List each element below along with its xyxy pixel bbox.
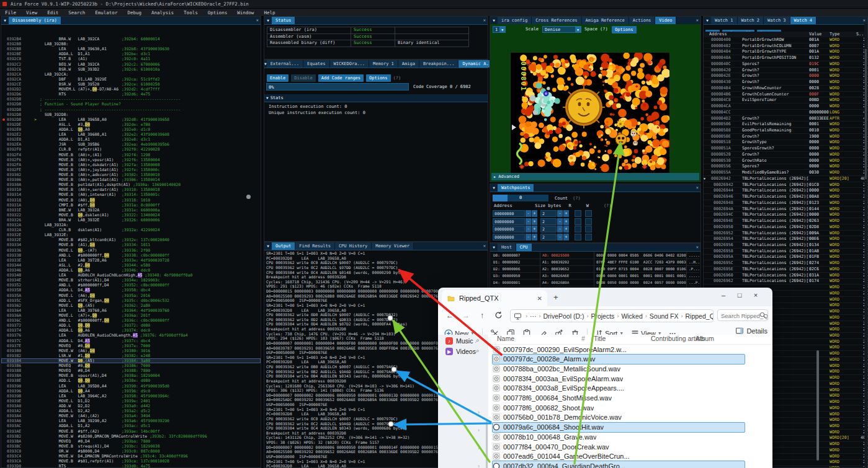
disassembly-row[interactable]: 039322 MOVE.B D0,dsklen(A1);39322: 13400… xyxy=(1,213,261,218)
disable-button[interactable]: Disable xyxy=(291,74,316,82)
disassembly-row[interactable]: 0392D8; --------------------------------… xyxy=(1,97,261,102)
watch-row[interactable]: 000004C8EvilSporeTimer00BDWORD2 xyxy=(704,97,864,104)
sidebar-item-music[interactable]: ♪Music xyxy=(445,337,473,345)
disassembly-row[interactable]: 0393AC ADDA.L D1,A2;393ac: d5c1 xyxy=(1,423,261,428)
close-icon[interactable]: ✕ xyxy=(696,184,699,192)
disassembly-row[interactable]: 03931A CMPI.B #$ff,D0;3931a: 0c0000ff xyxy=(1,203,261,208)
watch-row[interactable]: 00000402PortalOrGrowthCOLUMN0007WORD2 xyxy=(704,43,864,50)
breadcrumb-item[interactable]: Ripped_QTX xyxy=(686,312,714,320)
disassembly-row[interactable]: 0392EA JSR SUB_395B6;392ea: 4eb9000395b6 xyxy=(1,142,261,147)
disassembly-row[interactable]: 0392FE MOVE.B (A0)+,joy1dat(A1);392fe: 1… xyxy=(1,167,261,172)
file-row[interactable]: 000797dc_000290_EvilSporeAlarm2.w... xyxy=(492,344,745,355)
column-name[interactable]: Name xyxy=(497,335,514,342)
increment-button[interactable]: + xyxy=(563,226,569,232)
disassembly-row[interactable]: 0392CE BSR.W SUB_39520;392ce: 61000250 xyxy=(1,82,261,87)
file-row[interactable]: 000756b0_001b78_DemonicVoice.wav xyxy=(492,412,745,423)
breadcrumb-item[interactable]: DrivePool (D:) xyxy=(544,312,584,320)
watch-row[interactable]: 00000430Growth?0000WORD2 xyxy=(704,79,864,86)
close-icon[interactable]: ✕ xyxy=(483,60,486,68)
write-checkbox[interactable] xyxy=(585,226,592,232)
disassembly-row[interactable]: 039314 MOVE.B (A0),intenar(A1);39314: 13… xyxy=(1,192,261,197)
disassembly-row[interactable]: 0392E2 LEA LAB_39608,A1;392e2: 43f900039… xyxy=(1,132,261,137)
file-row[interactable]: 00077f84_000470_DoorCreak.wav xyxy=(492,441,745,452)
disassembly-row[interactable]: 0392CA DBF D1,LAB_3929E;392ca: 51c9ffd2 xyxy=(1,77,261,82)
video-tab-actions[interactable]: Actions xyxy=(629,17,656,24)
disassembly-row[interactable]: 03931E BNE.W LAB_3932A;3931e: 6600000a xyxy=(1,208,261,213)
watch-row[interactable]: 0000042EGrowth?0000WORD2 xyxy=(704,73,864,79)
disassembly-row[interactable]: 039362 MOVE.L D0,(A5);39362: 2a80 xyxy=(1,303,261,308)
disassembly-row[interactable]: 0392FA MOVE.B (A0)+,dskdatr(A1);392fa: 1… xyxy=(1,162,261,167)
watch-row[interactable]: 00026956TBLPortalLocations (26942)[10]01… xyxy=(704,242,864,249)
decrement-button[interactable]: - xyxy=(557,226,563,232)
watch-row[interactable]: 00000556Spores?0000WORD2 xyxy=(704,164,864,170)
disassembly-row[interactable]: 039344 ASL.L #2,D0;39344: e580 xyxy=(1,263,261,268)
disassembly-row[interactable]: 0392D8; Function - Sound Player Routine? xyxy=(1,102,261,107)
watch-row[interactable]: 00000530GrowthRate0000WORD2 xyxy=(704,158,864,164)
watch-scrollbar[interactable] xyxy=(864,24,867,467)
menu-tools[interactable]: Tools xyxy=(179,10,203,15)
watch-row[interactable]: 00026952TBLPortalLocations (26942)[8]009… xyxy=(704,231,864,237)
disassembly-row[interactable]: 0392B8 LEA LAB_39630,A1;392b8: 43f900039… xyxy=(1,46,261,51)
disassembly-row[interactable]: 039390 LEA LAB_395D0,A4;39390: 49f900039… xyxy=(1,384,261,389)
breadcrumb-item[interactable]: Wicked xyxy=(621,312,642,320)
watch-tab-watch-3[interactable]: Watch 3 xyxy=(764,17,790,24)
close-button[interactable]: × xyxy=(748,291,764,299)
watch-row[interactable]: 00000420Growth?0001WORD2 xyxy=(704,68,864,74)
disassembly-row[interactable]: 039306 MOVE.B (A0)+,pot1dat(A1);39306: 1… xyxy=(1,177,261,182)
help-icon[interactable]: (?) xyxy=(393,76,401,81)
watch-row[interactable]: 00026954TBLPortalLocations (26942)[9]00E… xyxy=(704,236,864,242)
disassembly-row[interactable]: 0392DE ASL.L #3,D0;392de: e780 xyxy=(1,122,261,127)
file-row[interactable]: 000778f6_000682_Shoot.wav xyxy=(492,402,745,413)
analysis-tab-wickedora-[interactable]: WICKEDOra... xyxy=(330,60,370,68)
back-icon[interactable]: ← xyxy=(442,311,458,320)
menu-analysis[interactable]: Analysis xyxy=(146,10,179,15)
disassembly-row[interactable]: 0392E0 ADDA.L D0,A0;392e0: d1c0 xyxy=(1,127,261,132)
watch-row[interactable]: 00000518GrowthType0000WORD2 xyxy=(704,139,864,146)
watch-row[interactable]: 000004CC00000000LONG4 xyxy=(704,110,864,116)
analysis-tab-breakpoin-[interactable]: Breakpoin... xyxy=(419,60,459,68)
panel-menu-icon[interactable]: ▼ xyxy=(264,17,272,24)
disassembly-row[interactable]: 03935C ADD.L #SFX_Organ,D0;3935c: d0bc00… xyxy=(1,298,261,303)
disassembly-row[interactable]: 0392B4 BRA.W LAB_392CA;392b4: 60000014 xyxy=(1,37,261,42)
status-title-tab[interactable]: Status xyxy=(272,17,295,24)
increment-button[interactable]: + xyxy=(563,218,569,225)
disassembly-row[interactable]: 03934E MOVE.B strhor(A1),D4;3934e: 18290… xyxy=(1,278,261,283)
disassembly-row[interactable]: 039398 LEA LAB_3964C,A2;39398: 45f900039… xyxy=(1,394,261,399)
disassembly-row[interactable]: 0392C6 BSR.W SUB_393D2;392c6: 6100010a xyxy=(1,67,261,72)
read-checkbox[interactable] xyxy=(575,218,581,225)
output-tab-cpu-history[interactable]: CPU History xyxy=(335,242,372,250)
output-tab-find-results[interactable]: Find Results xyxy=(295,242,335,250)
disassembly-row[interactable]: 039384 MOVE.W D0,(A5);39384: 3a80 xyxy=(1,358,261,363)
watch-row[interactable]: 0002695ETBLPortalLocations (26942)[14]02… xyxy=(704,267,864,273)
breadcrumb[interactable]: ›···›DrivePool (D:)›Projects›Wicked›Soun… xyxy=(510,309,714,322)
disassembly-row[interactable]: 039358 ADDA.L D4,A5;39358: dbc4 xyxy=(1,288,261,293)
watch-row[interactable]: 0002694CTBLPortalLocations (26942)[5]000… xyxy=(704,212,864,218)
disassembly-row[interactable]: 039376 LEA AUD0LEN_AudioCh0Length,A5;393… xyxy=(1,333,261,338)
menu-window[interactable]: Window xyxy=(232,10,259,15)
watch-row[interactable]: 00026960TBLPortalLocations (26942)[15]03… xyxy=(704,273,864,279)
disassembly-row[interactable]: 039302 MOVE.B (A0)+,adkconr(A1);39302: 1… xyxy=(1,172,261,177)
watch-row[interactable]: ▼ 00026942TBLPortalLocations (26942)[20]… xyxy=(704,176,864,182)
file-row[interactable]: 0007ead6_001044_GameOverBiteCrun... xyxy=(492,451,745,462)
disassembly-row[interactable]: 039318 MOVE.B (A0),D0;39318: 1010 xyxy=(1,198,261,203)
panel-menu-icon[interactable]: ▼ xyxy=(704,17,711,24)
column-title[interactable]: Title xyxy=(594,335,606,342)
disassembly-row[interactable]: 0393A6 LEA LAB_39290,A2;393a6: 45f900039… xyxy=(1,418,261,423)
disassembly-row[interactable]: 0393BA MOVEQ #0,D4;393ba: 7800 xyxy=(1,439,261,444)
read-checkbox[interactable] xyxy=(575,210,581,217)
watch-row[interactable]: 00026958TBLPortalLocations (26942)[11]01… xyxy=(704,249,864,255)
disassembly-row[interactable]: 0393A0 ADD.W D2,D2;393a0: d442 xyxy=(1,404,261,408)
disassembly-row[interactable]: 03930A MOVE.B pot1dat(A1),dskpth(A1);393… xyxy=(1,182,261,187)
disassembly-row[interactable]: 03937C ADDA.L D4,A5;3937c: dbc4 xyxy=(1,338,261,343)
disassembly-row[interactable]: 039388 MOVEQ #0,D4;39388: 7800 xyxy=(1,368,261,373)
watch-tab-watch-1[interactable]: Watch 1 xyxy=(711,17,738,24)
disassembly-row[interactable]: 0393AE MOVE.B #$ff,(A2);393ae: 14bc00ff xyxy=(1,429,261,434)
disassembly-row[interactable]: 03932A LAB_3932A: xyxy=(1,223,261,227)
watch-row[interactable]: 00000508GoodPortalsRemaining0010WORD2 xyxy=(704,128,864,134)
disassembly-row[interactable]: 039386 MOVEQ #0,D0;39386: 7000 xyxy=(1,363,261,368)
scrollbar-thumb[interactable] xyxy=(817,350,819,461)
watch-row[interactable]: 0000050EGrowth?1900WORD2 xyxy=(704,134,864,140)
decrement-button[interactable]: - xyxy=(557,234,563,241)
disassembly-row[interactable]: 0392F6 MOVE.B (A0)+,vposr(A1);392f6: 135… xyxy=(1,157,261,162)
disassembly-row[interactable]: 0392C2 BEQ.W LAB_392CA;392c2: 67000006 xyxy=(1,62,261,67)
